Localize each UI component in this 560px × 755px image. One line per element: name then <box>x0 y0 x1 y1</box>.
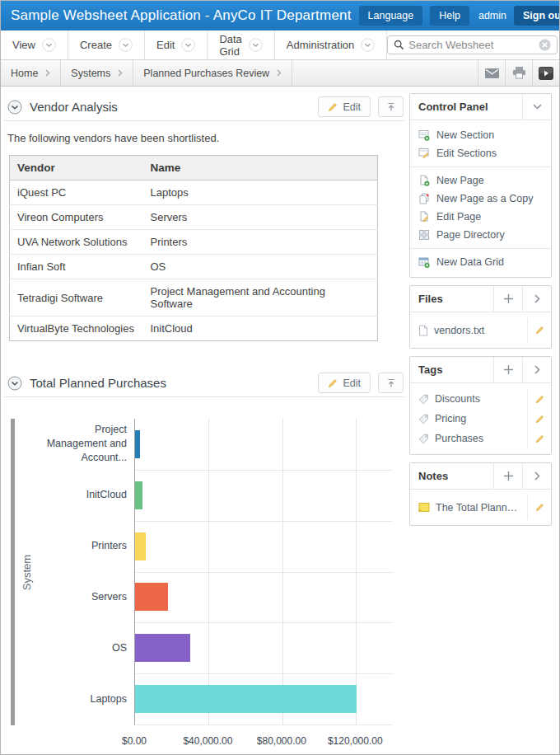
chevron-right-icon <box>534 365 540 374</box>
tag-name[interactable]: Purchases <box>435 433 521 444</box>
menu-view[interactable]: View <box>1 30 68 59</box>
note-item: The Total Planned ... <box>410 495 551 519</box>
chart-xtick-label: $40,000.00 <box>183 735 232 747</box>
edit-note-button[interactable] <box>527 495 551 519</box>
new-page-link[interactable]: New Page <box>410 171 551 190</box>
tag-icon <box>418 394 429 405</box>
menu-bar: View Create Edit Data Grid Administratio… <box>1 30 559 60</box>
chart-gridline <box>135 521 393 522</box>
arrow-to-top-icon <box>386 378 396 388</box>
files-panel-body: vendors.txt <box>410 312 551 348</box>
new-section-link[interactable]: New Section <box>410 126 551 144</box>
add-tag-button[interactable] <box>493 357 522 382</box>
websheet-application: Sample Websheet Application - AnyCo IT D… <box>0 0 560 755</box>
app-header: Sample Websheet Application - AnyCo IT D… <box>1 1 559 30</box>
edit-page-link[interactable]: Edit Page <box>410 208 551 226</box>
presenter-mode-button[interactable] <box>532 60 559 86</box>
edit-file-button[interactable] <box>527 318 551 342</box>
language-button[interactable]: Language <box>359 6 423 26</box>
vendor-cell: UVA Network Solutions <box>10 230 143 255</box>
file-name[interactable]: vendors.txt <box>434 325 521 336</box>
chart-plot <box>134 419 393 725</box>
edit-tag-button[interactable] <box>527 409 551 429</box>
table-row: Tetradigi SoftwareProject Management and… <box>10 279 378 317</box>
breadcrumb-home[interactable]: Home <box>1 60 61 86</box>
new-section-label: New Section <box>436 129 494 141</box>
menu-edit[interactable]: Edit <box>145 30 208 59</box>
files-panel-header: Files <box>410 286 551 312</box>
note-title[interactable]: The Total Planned ... <box>436 502 521 513</box>
tags-panel-title: Tags <box>410 357 493 382</box>
collapse-section-icon[interactable] <box>7 376 22 391</box>
tag-icon <box>418 434 429 444</box>
breadcrumb: Home Systems Planned Purchases Review <box>1 60 559 87</box>
add-note-button[interactable] <box>493 463 522 489</box>
files-panel: Files vendors.txt <box>409 285 552 349</box>
collapse-section-icon[interactable] <box>7 100 22 115</box>
search-input[interactable] <box>408 39 534 51</box>
tags-panel: Tags Discounts Pricing <box>409 356 552 455</box>
printer-icon <box>512 67 526 79</box>
control-panel-body: New Section Edit Sections New Page New P… <box>410 120 551 277</box>
menu-edit-label: Edit <box>156 39 175 51</box>
divider <box>410 166 551 167</box>
print-button[interactable] <box>505 60 532 86</box>
edit-section-button[interactable]: Edit <box>318 96 371 117</box>
edit-section-button[interactable]: Edit <box>318 373 371 393</box>
page-directory-label: Page Directory <box>436 229 505 241</box>
chart-xtick-label: $0.00 <box>122 735 147 747</box>
menu-data-grid[interactable]: Data Grid <box>208 30 274 59</box>
plus-icon <box>503 364 514 375</box>
chevron-down-icon <box>42 38 56 52</box>
chart-bar <box>135 532 146 560</box>
control-panel-header: Control Panel <box>410 94 551 120</box>
scroll-to-top-button[interactable] <box>378 373 404 393</box>
breadcrumb-planned-purchases-review[interactable]: Planned Purchases Review <box>133 60 292 86</box>
breadcrumb-systems[interactable]: Systems <box>61 60 133 86</box>
app-title: Sample Websheet Application - AnyCo IT D… <box>11 7 352 24</box>
help-button[interactable]: Help <box>430 6 469 26</box>
chevron-right-icon <box>118 69 123 77</box>
tag-name[interactable]: Pricing <box>435 413 521 424</box>
chart-category-label: OS <box>41 622 127 673</box>
new-data-grid-link[interactable]: New Data Grid <box>410 253 551 271</box>
notes-expand-button[interactable] <box>522 463 551 489</box>
edit-tag-button[interactable] <box>527 389 551 409</box>
email-button[interactable] <box>478 60 505 86</box>
add-file-button[interactable] <box>493 286 522 312</box>
page-directory-link[interactable]: Page Directory <box>410 226 551 244</box>
chevron-down-icon <box>249 38 263 52</box>
pencil-icon <box>328 102 338 112</box>
chevron-down-icon <box>361 38 375 52</box>
tag-name[interactable]: Discounts <box>435 393 521 405</box>
edit-sections-label: Edit Sections <box>436 148 497 159</box>
files-expand-button[interactable] <box>522 286 551 312</box>
menu-administration[interactable]: Administration <box>275 30 387 59</box>
plus-icon <box>503 471 514 481</box>
tags-panel-header: Tags <box>410 357 551 383</box>
vendor-cell: iQuest PC <box>10 181 143 205</box>
current-user-link[interactable]: admin <box>478 10 506 21</box>
chevron-down-icon <box>181 38 195 52</box>
new-page-label: New Page <box>436 175 484 186</box>
chart-category-label: Laptops <box>41 673 127 725</box>
chevron-right-icon <box>277 69 282 77</box>
edit-sections-icon <box>418 148 430 159</box>
menu-create[interactable]: Create <box>68 30 145 59</box>
scroll-to-top-button[interactable] <box>378 96 404 117</box>
notes-panel-body: The Total Planned ... <box>410 490 551 525</box>
sign-out-button[interactable]: Sign out <box>514 6 560 26</box>
chevron-right-icon <box>534 471 540 481</box>
arrow-to-top-icon <box>386 102 396 112</box>
tags-expand-button[interactable] <box>522 357 551 382</box>
clear-search-icon[interactable] <box>539 39 551 51</box>
new-page-as-copy-link[interactable]: New Page as a Copy <box>410 190 551 208</box>
section-gap <box>3 341 404 369</box>
control-panel-collapse-button[interactable] <box>522 94 551 120</box>
chart-category-label: Printers <box>41 521 127 572</box>
chart-bar <box>135 634 190 662</box>
edit-tag-button[interactable] <box>527 429 551 448</box>
chart-bar <box>135 685 357 713</box>
edit-sections-link[interactable]: Edit Sections <box>410 144 551 162</box>
chart-bar <box>135 481 142 509</box>
